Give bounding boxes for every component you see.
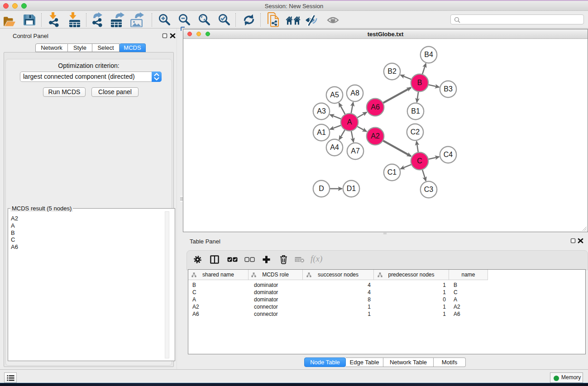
svg-text:B3: B3 (444, 85, 453, 93)
svg-text:A: A (347, 118, 352, 126)
svg-text:A8: A8 (350, 89, 359, 97)
svg-text:B4: B4 (424, 51, 433, 58)
svg-text:B2: B2 (387, 67, 397, 75)
svg-text:A4: A4 (330, 143, 339, 151)
svg-text:A6: A6 (371, 103, 380, 111)
svg-text:C4: C4 (444, 151, 453, 158)
svg-text:A3: A3 (317, 107, 326, 115)
svg-text:B: B (417, 79, 422, 86)
svg-text:C1: C1 (387, 168, 397, 176)
svg-text:C: C (417, 157, 422, 165)
svg-text:B1: B1 (411, 107, 420, 115)
svg-text:D: D (319, 185, 324, 192)
svg-text:A2: A2 (371, 132, 380, 140)
svg-text:D1: D1 (347, 185, 356, 192)
svg-text:A5: A5 (330, 91, 339, 99)
svg-text:A7: A7 (351, 147, 360, 155)
svg-text:C2: C2 (411, 128, 420, 136)
svg-text:A1: A1 (317, 129, 326, 136)
svg-text:C3: C3 (424, 186, 434, 193)
